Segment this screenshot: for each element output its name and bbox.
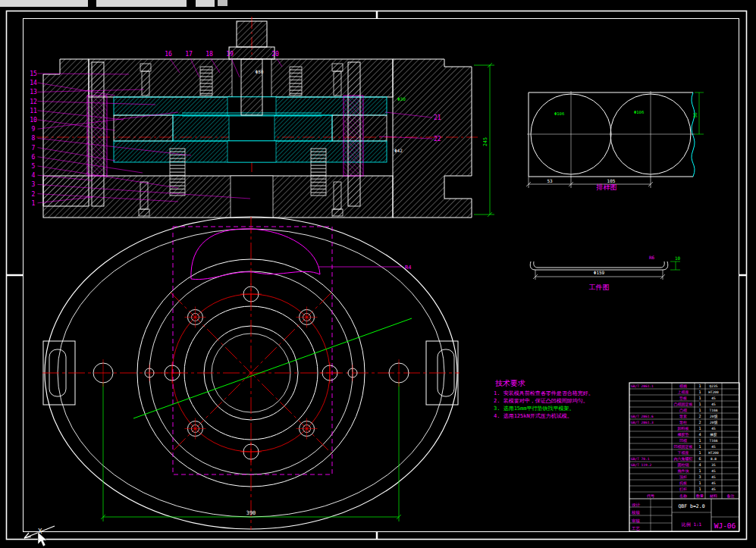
tech-note-line: 4. 选用125kN开式压力机试模。 (494, 413, 572, 419)
part-material: 橡胶 (710, 432, 718, 437)
dim-section-height: 245 (482, 137, 488, 146)
workpiece-view: 10 R6 Φ159 工件图 (530, 255, 680, 291)
part-qty: 6 (698, 456, 701, 461)
screw (140, 182, 148, 209)
part-material: HT200 (708, 451, 719, 455)
sign-label: 审核 (632, 518, 641, 523)
part-qty: 1 (698, 396, 701, 400)
part-code: GB/T 2861.6 (631, 415, 654, 418)
strip-dimensions (526, 177, 653, 188)
balloon-number: 7 (32, 145, 36, 152)
part-qty: 1 (698, 450, 701, 455)
part-material: Q235 (710, 384, 718, 388)
part-name: 推件块 (678, 468, 690, 473)
sign-label: 校核 (631, 510, 641, 515)
part-name: 凸模 (679, 408, 687, 412)
dim-pitch: 105 (607, 178, 616, 183)
balloon-number: 4 (32, 172, 36, 179)
balloon-number: 22 (434, 136, 441, 142)
part-name: 导套 (679, 414, 687, 418)
part-name: 托板 (679, 481, 687, 485)
spring (170, 149, 185, 196)
part-qty: 1 (698, 390, 701, 394)
die-cavity (229, 115, 274, 141)
part-material: 35 (711, 463, 716, 467)
die-holder-left (114, 115, 173, 141)
part-material: 20钢 (710, 414, 717, 418)
part-qty: 1 (698, 426, 701, 431)
balloon-number: 2 (32, 191, 36, 198)
dim-punch: Φ50 (256, 69, 264, 74)
tech-notes-title: 技术要求 (495, 379, 525, 387)
part-qty: 1 (698, 481, 701, 485)
balloon-number: 15 (30, 70, 37, 77)
toolbar-fragment (96, 0, 187, 7)
part-material: T10A (710, 439, 718, 443)
dim-workpiece-radius: R6 (649, 255, 655, 260)
balloon-number: 3 (32, 181, 36, 188)
spring (311, 149, 326, 196)
toolbar-fragment (218, 0, 227, 6)
part-material: T10A (710, 409, 718, 412)
cad-canvas[interactable]: Φ50 Φ30 Φ42 245 151413121110987654321 16… (0, 0, 756, 548)
workpiece-view-label: 工件图 (589, 283, 610, 291)
parts-list: 代号名称数量材料备注GB/T 2861.1模柄1Q235上模座1HT200垫板1… (629, 383, 739, 499)
cursor-arrow (38, 532, 47, 546)
parts-header-cell: 名称 (679, 493, 687, 498)
part-code: GB/T 70.1 (631, 457, 650, 461)
material-spec: QBF b=2.0 (678, 503, 704, 509)
part-name: 内六角螺钉 (674, 456, 693, 461)
screw-head (332, 209, 343, 216)
part-name: 上模座 (678, 390, 689, 394)
break-line (692, 92, 695, 177)
part-material: 20钢 (710, 420, 717, 424)
part-material: HT200 (708, 390, 719, 394)
part-name: 凸模固定板 (674, 402, 693, 407)
balloon-number: 16 (165, 51, 172, 58)
parts-header-cell: 备注 (727, 493, 735, 498)
part-material: 45 (711, 445, 716, 449)
part-name: 打杆 (679, 487, 687, 492)
shank (237, 21, 267, 47)
lower-pad-bore (227, 141, 276, 162)
part-material: 45 (711, 469, 716, 473)
balloon-number: 12 (30, 99, 37, 105)
plan-view: R4 390 (42, 217, 460, 530)
blank-dia-label: Φ106 (554, 111, 564, 116)
part-material: 45 (711, 402, 716, 406)
part-qty: 1 (698, 408, 701, 412)
sign-label: 设计 (632, 503, 641, 507)
tech-notes-lines: 1. 安装模具前检查各零件是否合格完好。2. 装模要对中，保证凸凹模间隙均匀。3… (494, 390, 594, 419)
part-qty: 2 (698, 414, 701, 418)
balloon-number: 14 (30, 80, 37, 86)
punch-projection (173, 227, 332, 474)
part-qty: 1 (698, 487, 701, 491)
part-material: 45 (711, 481, 716, 485)
balloon-number: 8 (32, 135, 36, 142)
balloon-number: 10 (30, 117, 37, 124)
slug-hole (231, 176, 273, 218)
screw (142, 71, 149, 96)
part-qty: 1 (698, 444, 701, 449)
part-code: GB/T 2861.1 (631, 384, 654, 388)
part-qty: 1 (698, 384, 701, 388)
part-material: 45 (711, 487, 716, 491)
part-qty: 4 (698, 462, 701, 467)
window-toolbar-fragments (0, 0, 227, 7)
balloon-number: 1 (32, 200, 36, 207)
part-name: 模柄 (679, 384, 687, 389)
part-name: 下模座 (678, 450, 689, 455)
balloon-number: 19 (226, 51, 234, 58)
balloon-number: 6 (32, 154, 36, 161)
spring (200, 67, 212, 96)
tech-note-line: 1. 安装模具前检查各零件是否合格完好。 (494, 390, 594, 396)
scale-label: 比例 1:1 (682, 521, 702, 528)
balloon-number: 11 (30, 108, 37, 114)
part-name: 垫板 (679, 396, 687, 400)
part-name: 卸料板 (678, 426, 689, 431)
part-qty: 1 (698, 402, 701, 406)
balloon-number: 21 (434, 114, 441, 121)
dim-edge: 53 (547, 178, 553, 183)
dim-strip-width: 56 (692, 112, 698, 118)
part-name: 圆柱销 (678, 462, 689, 468)
